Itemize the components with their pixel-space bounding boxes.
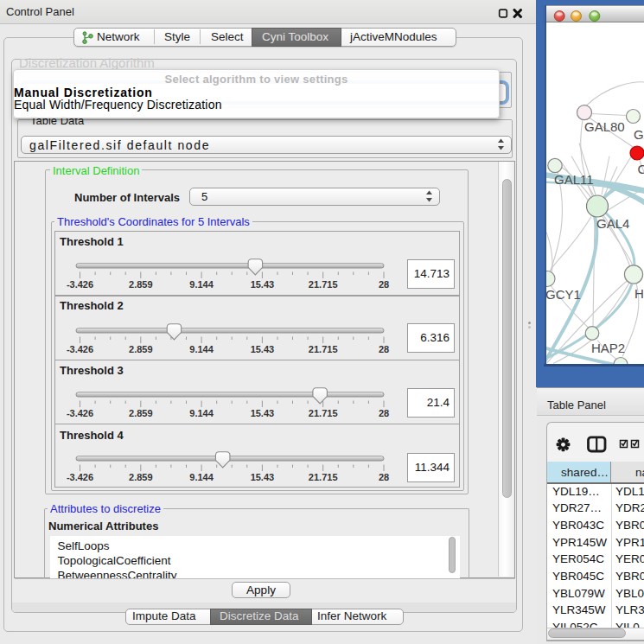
- svg-text:GAL: GAL: [634, 126, 644, 141]
- svg-text:15.43: 15.43: [251, 408, 275, 418]
- svg-text:15.43: 15.43: [251, 472, 275, 482]
- svg-text:2.859: 2.859: [129, 344, 153, 354]
- svg-text:-3.426: -3.426: [67, 344, 93, 354]
- svg-text:GAL80: GAL80: [584, 119, 625, 134]
- svg-text:-3.426: -3.426: [67, 408, 93, 418]
- svg-text:15.43: 15.43: [251, 344, 275, 354]
- svg-text:2.859: 2.859: [129, 408, 153, 418]
- svg-text:2.859: 2.859: [129, 279, 153, 290]
- svg-text:21.715: 21.715: [309, 408, 338, 418]
- svg-text:28: 28: [379, 279, 389, 290]
- svg-text:28: 28: [379, 344, 389, 354]
- svg-text:HAP2: HAP2: [591, 341, 625, 355]
- svg-text:GAL11: GAL11: [554, 172, 594, 187]
- svg-text:21.715: 21.715: [309, 279, 338, 290]
- svg-text:15.43: 15.43: [251, 279, 275, 290]
- svg-text:21.715: 21.715: [309, 472, 338, 482]
- svg-text:9.144: 9.144: [189, 344, 214, 354]
- svg-text:H: H: [634, 286, 644, 301]
- svg-text:CD: CD: [638, 161, 644, 175]
- svg-text:GCY1: GCY1: [546, 286, 581, 301]
- svg-text:-3.426: -3.426: [67, 279, 93, 290]
- svg-text:9.144: 9.144: [189, 472, 214, 482]
- svg-text:28: 28: [379, 472, 389, 482]
- svg-text:9.144: 9.144: [189, 279, 214, 290]
- svg-text:28: 28: [379, 408, 389, 418]
- svg-text:GAL4: GAL4: [596, 216, 629, 231]
- svg-text:9.144: 9.144: [189, 408, 214, 418]
- svg-text:2.859: 2.859: [129, 472, 153, 482]
- svg-text:21.715: 21.715: [309, 344, 338, 354]
- svg-text:-3.426: -3.426: [67, 472, 93, 482]
